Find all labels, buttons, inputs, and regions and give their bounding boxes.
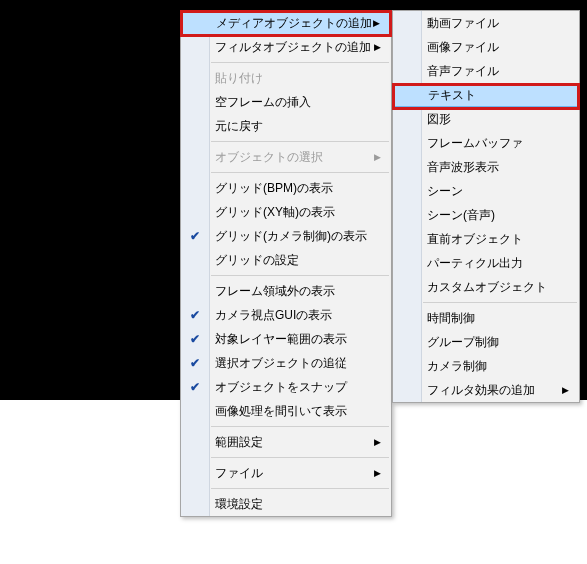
menu-separator [211, 172, 389, 173]
menu-item[interactable]: 元に戻す [181, 114, 391, 138]
menu-item[interactable]: グリッド(BPM)の表示 [181, 176, 391, 200]
menu-item-label: 貼り付け [215, 71, 263, 85]
menu-item: オブジェクトの選択▶ [181, 145, 391, 169]
menu-item[interactable]: 動画ファイル [393, 11, 579, 35]
menu-item[interactable]: フィルタオブジェクトの追加▶ [181, 35, 391, 59]
menu-item-label: カメラ制御 [427, 359, 487, 373]
check-icon: ✔ [186, 351, 204, 375]
menu-item-label: グループ制御 [427, 335, 499, 349]
menu-item[interactable]: 直前オブジェクト [393, 227, 579, 251]
menu-item-label: ファイル [215, 466, 263, 480]
menu-item-label: 対象レイヤー範囲の表示 [215, 332, 347, 346]
menu-item-label: オブジェクトの選択 [215, 150, 323, 164]
submenu-arrow-icon: ▶ [374, 35, 381, 59]
menu-separator [211, 275, 389, 276]
menu-item: 貼り付け [181, 66, 391, 90]
menu-item[interactable]: 図形 [393, 107, 579, 131]
menu-item[interactable]: シーン [393, 179, 579, 203]
menu-item-label: 動画ファイル [427, 16, 499, 30]
menu-item[interactable]: 音声波形表示 [393, 155, 579, 179]
menu-item[interactable]: グリッド(XY軸)の表示 [181, 200, 391, 224]
menu-item[interactable]: 選択オブジェクトの追従✔ [181, 351, 391, 375]
submenu-arrow-icon: ▶ [374, 461, 381, 485]
menu-item[interactable]: シーン(音声) [393, 203, 579, 227]
check-icon: ✔ [186, 224, 204, 248]
menu-item-label: シーン(音声) [427, 208, 495, 222]
menu-item[interactable]: フレームバッファ [393, 131, 579, 155]
menu-item-label: グリッド(XY軸)の表示 [215, 205, 335, 219]
menu-item[interactable]: フレーム領域外の表示 [181, 279, 391, 303]
menu-item[interactable]: 時間制御 [393, 306, 579, 330]
menu-separator [211, 62, 389, 63]
menu-item-label: オブジェクトをスナップ [215, 380, 347, 394]
menu-item-label: シーン [427, 184, 463, 198]
menu-item-label: 元に戻す [215, 119, 263, 133]
menu-item-label: グリッド(BPM)の表示 [215, 181, 333, 195]
context-submenu-media-object[interactable]: 動画ファイル画像ファイル音声ファイルテキスト図形フレームバッファ音声波形表示シー… [392, 10, 580, 403]
menu-item-label: カスタムオブジェクト [427, 280, 547, 294]
menu-separator [423, 302, 577, 303]
menu-item-label: グリッド(カメラ制御)の表示 [215, 229, 367, 243]
check-icon: ✔ [186, 375, 204, 399]
menu-item-label: カメラ視点GUIの表示 [215, 308, 332, 322]
menu-item[interactable]: 対象レイヤー範囲の表示✔ [181, 327, 391, 351]
menu-item[interactable]: 範囲設定▶ [181, 430, 391, 454]
menu-separator [211, 141, 389, 142]
menu-item[interactable]: 音声ファイル [393, 59, 579, 83]
menu-item[interactable]: ファイル▶ [181, 461, 391, 485]
submenu-arrow-icon: ▶ [374, 145, 381, 169]
menu-item[interactable]: 空フレームの挿入 [181, 90, 391, 114]
menu-item[interactable]: カメラ制御 [393, 354, 579, 378]
menu-item[interactable]: グループ制御 [393, 330, 579, 354]
menu-item-label: 音声波形表示 [427, 160, 499, 174]
check-icon: ✔ [186, 303, 204, 327]
menu-item[interactable]: メディアオブジェクトの追加▶ [181, 11, 391, 35]
menu-item[interactable]: グリッドの設定 [181, 248, 391, 272]
menu-item-label: フィルタオブジェクトの追加 [215, 40, 371, 54]
menu-item-label: 範囲設定 [215, 435, 263, 449]
menu-item[interactable]: カメラ視点GUIの表示✔ [181, 303, 391, 327]
menu-item-label: 環境設定 [215, 497, 263, 511]
menu-item-label: フィルタ効果の追加 [427, 383, 535, 397]
menu-item[interactable]: 画像処理を間引いて表示 [181, 399, 391, 423]
menu-item-label: グリッドの設定 [215, 253, 299, 267]
context-menu-main[interactable]: メディアオブジェクトの追加▶フィルタオブジェクトの追加▶貼り付け空フレームの挿入… [180, 10, 392, 517]
menu-item[interactable]: 環境設定 [181, 492, 391, 516]
submenu-arrow-icon: ▶ [562, 378, 569, 402]
menu-item-label: フレームバッファ [427, 136, 523, 150]
menu-item-label: フレーム領域外の表示 [215, 284, 335, 298]
menu-item-label: 画像処理を間引いて表示 [215, 404, 347, 418]
menu-separator [211, 488, 389, 489]
menu-item[interactable]: 画像ファイル [393, 35, 579, 59]
submenu-arrow-icon: ▶ [374, 430, 381, 454]
menu-separator [211, 426, 389, 427]
menu-item-label: 時間制御 [427, 311, 475, 325]
submenu-arrow-icon: ▶ [373, 12, 380, 34]
check-icon: ✔ [186, 327, 204, 351]
menu-item-label: テキスト [428, 88, 476, 102]
menu-item-label: 空フレームの挿入 [215, 95, 311, 109]
menu-separator [211, 457, 389, 458]
menu-item-label: 直前オブジェクト [427, 232, 523, 246]
menu-item-label: パーティクル出力 [427, 256, 523, 270]
menu-item[interactable]: オブジェクトをスナップ✔ [181, 375, 391, 399]
menu-item-label: 音声ファイル [427, 64, 499, 78]
menu-item[interactable]: カスタムオブジェクト [393, 275, 579, 299]
menu-item-label: 画像ファイル [427, 40, 499, 54]
menu-item[interactable]: グリッド(カメラ制御)の表示✔ [181, 224, 391, 248]
menu-item[interactable]: テキスト [393, 83, 579, 107]
menu-item-label: メディアオブジェクトの追加 [216, 16, 372, 30]
menu-item[interactable]: パーティクル出力 [393, 251, 579, 275]
menu-item-label: 図形 [427, 112, 451, 126]
menu-item-label: 選択オブジェクトの追従 [215, 356, 347, 370]
menu-item[interactable]: フィルタ効果の追加▶ [393, 378, 579, 402]
